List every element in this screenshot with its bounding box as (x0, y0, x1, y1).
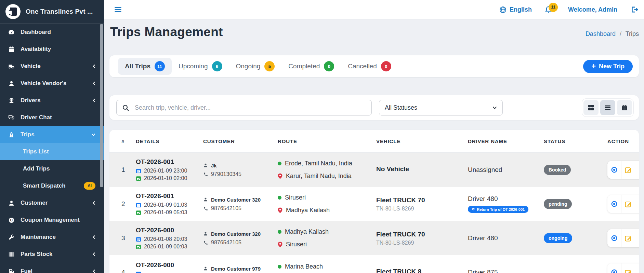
language-selector[interactable]: English (499, 6, 532, 13)
delete-button[interactable] (635, 161, 639, 179)
list-view-icon (605, 105, 611, 110)
chevron-left-icon (93, 98, 95, 103)
sidebar-item-drivers[interactable]: Drivers (0, 92, 104, 109)
destination-pin-icon (278, 173, 282, 179)
tab-upcoming[interactable]: Upcoming 6 (172, 58, 229, 75)
trip-start-datetime: 2026-01-08 20:03 (144, 236, 187, 242)
main-content: Trips Management Dashboard / Trips All T… (104, 19, 644, 273)
user-icon (203, 231, 208, 236)
delete-button[interactable] (635, 195, 639, 213)
sidebar-item-dashboard[interactable]: Dashboard (0, 24, 104, 41)
sidebar-item-trips[interactable]: Trips (0, 126, 104, 143)
sidebar-item-fuel[interactable]: Fuel (0, 263, 104, 273)
calendar-view-button[interactable] (617, 100, 632, 115)
search-input[interactable] (134, 104, 366, 112)
tab-cancelled[interactable]: Cancelled 0 (341, 58, 398, 75)
breadcrumb-dashboard-link[interactable]: Dashboard (586, 30, 616, 37)
edit-button[interactable] (621, 229, 635, 247)
sidebar-item-parts-stock[interactable]: Parts Stock (0, 246, 104, 263)
sidebar-item-availability[interactable]: Availability (0, 41, 104, 58)
sidebar-item-customer[interactable]: Customer (0, 194, 104, 211)
brand-logo-truck-icon (5, 4, 21, 19)
sidebar-scrollbar[interactable] (100, 24, 103, 273)
notifications-button[interactable]: 11 (545, 6, 552, 14)
calendar-start-icon (136, 202, 141, 208)
sidebar-subitem-add-trips[interactable]: Add Trips (0, 160, 104, 177)
logout-icon[interactable] (630, 6, 639, 13)
vehicle-plate: TN-80-LS-8269 (376, 240, 468, 246)
trip-end-datetime: 2026-01-09 05:03 (144, 209, 187, 216)
brand[interactable]: One Translines Pvt ... (0, 0, 104, 24)
row-actions (607, 161, 639, 179)
chevron-left-icon (93, 201, 95, 205)
trash-icon (639, 235, 639, 242)
grid-view-button[interactable] (583, 100, 599, 115)
search-box (116, 100, 372, 115)
sidebar-item-driver-chat[interactable]: Driver Chat (0, 109, 104, 126)
status-filter-value: All Statuses (385, 104, 417, 111)
table-row: 4 OT-2026-000 Demo Customer 979 Marina B… (109, 255, 639, 273)
sidebar-item-label: Driver Chat (21, 114, 52, 121)
hamburger-icon[interactable] (113, 6, 123, 14)
sidebar-item-label: Vehicle (21, 63, 41, 70)
view-button[interactable] (607, 229, 621, 247)
route-origin: Marina Beach (285, 263, 323, 270)
calendar-start-icon (136, 168, 141, 174)
view-button[interactable] (607, 161, 621, 179)
user-menu[interactable]: Welcome, Admin (568, 6, 617, 13)
eye-icon (610, 234, 618, 242)
driver-name: Driver 480 (468, 234, 544, 242)
sidebar-subitem-smart-dispatch[interactable]: Smart Dispatch AI (0, 177, 104, 194)
driver-icon (8, 97, 15, 104)
sidebar-subitem-trips-list[interactable]: Trips List (0, 143, 104, 160)
delete-button[interactable] (635, 229, 639, 247)
sidebar-item-vehicle-vendors[interactable]: Vehicle Vendor's (0, 75, 104, 92)
col-header-details: DETAILS (136, 138, 203, 144)
trash-icon (639, 166, 639, 174)
tab-all-trips[interactable]: All Trips 11 (118, 58, 172, 75)
route-origin: Madhya Kailash (285, 228, 329, 235)
calendar-check-icon (136, 176, 141, 181)
status-filter-select[interactable]: All Statuses (379, 100, 503, 115)
edit-button[interactable] (621, 263, 635, 273)
sidebar-item-label: Drivers (21, 97, 41, 104)
sidebar-item-label: Maintenance (21, 234, 56, 241)
return-trip-label: Return Trip of OT-2026-001 (477, 207, 525, 211)
sidebar-scrollbar-thumb[interactable] (100, 24, 103, 187)
delete-button[interactable] (635, 263, 639, 273)
sidebar-item-vehicle[interactable]: Vehicle (0, 58, 104, 75)
trip-code: OT-2026-000 (136, 227, 203, 234)
trips-tabs-bar: All Trips 11 Upcoming 6 Ongoing 5 Comple… (109, 55, 639, 77)
trip-code: OT-2026-000 (136, 261, 203, 269)
chat-icon (8, 114, 15, 121)
trash-icon (639, 269, 639, 273)
user-icon (8, 80, 15, 87)
breadcrumb-current: Trips (626, 30, 639, 37)
new-trip-button[interactable]: + New Trip (583, 60, 633, 73)
view-button[interactable] (607, 263, 621, 273)
view-button[interactable] (607, 195, 621, 213)
brand-name: One Translines Pvt ... (26, 8, 93, 15)
col-header-customer: CUSTOMER (203, 138, 278, 144)
edit-button[interactable] (621, 195, 635, 213)
destination-pin-icon (278, 242, 282, 247)
plus-icon: + (591, 63, 596, 70)
user-icon (203, 266, 208, 271)
user-icon (8, 200, 15, 206)
tab-ongoing[interactable]: Ongoing 5 (229, 58, 282, 75)
view-toggle-group (582, 99, 633, 117)
route-origin: Siruseri (285, 194, 306, 201)
speedometer-icon (8, 29, 15, 36)
tab-label: Ongoing (236, 63, 261, 70)
sidebar-item-maintenance[interactable]: Maintenance (0, 229, 104, 246)
tab-count-badge: 5 (264, 61, 275, 71)
col-header-num: # (121, 138, 136, 144)
trip-end-datetime: 2026-01-10 02:00 (144, 175, 187, 181)
sidebar-item-coupon-management[interactable]: C Coupon Management (0, 211, 104, 229)
edit-button[interactable] (621, 161, 635, 179)
list-view-button[interactable] (600, 100, 615, 115)
tab-completed[interactable]: Completed 0 (281, 58, 341, 75)
sidebar-menu: Dashboard Availability Vehicle Vehicle V… (0, 24, 104, 273)
customer-phone: 9876542105 (211, 205, 241, 211)
return-trip-badge: ↺Return Trip of OT-2026-001 (468, 206, 528, 213)
